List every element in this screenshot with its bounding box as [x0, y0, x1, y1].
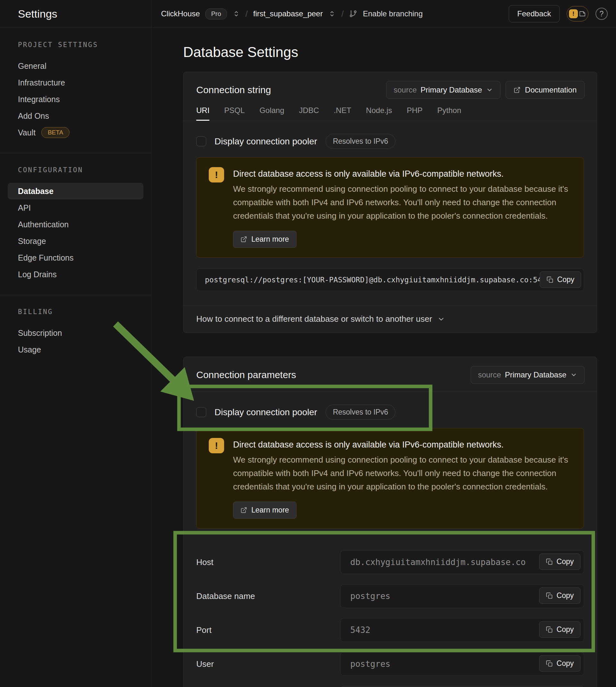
display-connection-pooler-checkbox[interactable]	[196, 136, 206, 146]
sidebar: PROJECT SETTINGS General Infrastructure …	[0, 28, 151, 687]
host-field[interactable]: db.cxhygiuitamxhniiddjm.supabase.co Copy	[340, 550, 584, 574]
breadcrumb-separator-2: /	[341, 9, 344, 19]
warning-icon: !	[569, 9, 578, 18]
copy-icon	[546, 626, 553, 633]
tab-golang[interactable]: Golang	[259, 106, 284, 121]
user-label: User	[196, 659, 340, 669]
breadcrumb-separator: /	[246, 9, 248, 19]
sidebar-item-subscription[interactable]: Subscription	[0, 325, 151, 341]
sidebar-item-add-ons[interactable]: Add Ons	[0, 108, 151, 124]
connection-string-tabs: URI PSQL Golang JDBC .NET Node.js PHP Py…	[183, 106, 597, 121]
section-title-billing: BILLING	[18, 308, 151, 316]
warning-icon: !	[209, 438, 224, 453]
beta-badge: BETA	[41, 127, 69, 138]
ipv6-notice-2: ! Direct database access is only availab…	[196, 428, 584, 529]
sidebar-section-billing: BILLING Subscription Usage	[0, 295, 151, 370]
notice-body-2: We strongly recommend using connection p…	[233, 453, 568, 493]
header-actions: Feedback ! ?	[509, 5, 608, 22]
header-breadcrumb-bar: ClickHouse Pro / first_supabase_peer / E…	[151, 0, 616, 27]
cs-card-title: Connection string	[196, 85, 271, 95]
sidebar-item-usage[interactable]: Usage	[0, 341, 151, 358]
param-row-user: User postgres Copy	[196, 652, 584, 676]
header: Settings ClickHouse Pro / first_supabase…	[0, 0, 616, 28]
connection-string-value[interactable]: postgresql://postgres:[YOUR-PASSWORD]@db…	[196, 269, 584, 291]
tab-psql[interactable]: PSQL	[224, 106, 245, 121]
param-row-database-name: Database name postgres Copy	[196, 584, 584, 608]
display-connection-pooler-checkbox-2[interactable]	[196, 407, 206, 417]
sidebar-item-general[interactable]: General	[0, 58, 151, 74]
project-selector-icon[interactable]	[328, 10, 336, 18]
copy-connection-string-button[interactable]: Copy	[540, 271, 581, 288]
page-title: Database Settings	[183, 44, 597, 60]
sidebar-item-integrations[interactable]: Integrations	[0, 91, 151, 108]
connection-string-card: Connection string source Primary Databas…	[183, 72, 597, 333]
user-field[interactable]: postgres Copy	[340, 652, 584, 676]
resolves-ipv6-badge: Resolves to IPv6	[326, 134, 396, 149]
external-link-icon	[240, 507, 247, 513]
cp-source-select[interactable]: source Primary Database	[471, 366, 585, 384]
database-name-field[interactable]: postgres Copy	[340, 584, 584, 608]
connection-parameters-card: Connection parameters source Primary Dat…	[183, 357, 597, 687]
resolves-ipv6-badge-2: Resolves to IPv6	[326, 405, 396, 420]
sidebar-item-authentication[interactable]: Authentication	[0, 216, 151, 233]
warning-icon: !	[209, 167, 224, 182]
param-row-host: Host db.cxhygiuitamxhniiddjm.supabase.co…	[196, 550, 584, 574]
plan-badge: Pro	[205, 8, 227, 20]
sidebar-item-storage[interactable]: Storage	[0, 233, 151, 249]
org-selector-icon[interactable]	[233, 10, 240, 18]
sidebar-item-api[interactable]: API	[0, 199, 151, 216]
chevron-down-icon	[437, 315, 445, 323]
copy-icon	[546, 592, 553, 599]
header-left: Settings	[0, 0, 151, 27]
cs-card-header: Connection string source Primary Databas…	[183, 72, 597, 99]
notification-avatar-pill[interactable]: !	[567, 6, 589, 21]
sidebar-item-vault[interactable]: Vault BETA	[0, 124, 151, 141]
host-label: Host	[196, 557, 340, 567]
tab-uri[interactable]: URI	[196, 106, 210, 121]
tab-nodejs[interactable]: Node.js	[366, 106, 392, 121]
notice-content: Direct database access is only available…	[233, 167, 568, 248]
inbox-icon	[578, 10, 586, 18]
sidebar-section-configuration: CONFIGURATION Database API Authenticatio…	[0, 153, 151, 295]
tab-python[interactable]: Python	[437, 106, 461, 121]
sidebar-item-infrastructure[interactable]: Infrastructure	[0, 74, 151, 91]
param-row-port: Port 5432 Copy	[196, 618, 584, 642]
port-label: Port	[196, 625, 340, 635]
connect-help-accordion[interactable]: How to connect to a different database o…	[183, 305, 597, 333]
breadcrumb-org[interactable]: ClickHouse	[161, 9, 200, 18]
sidebar-item-log-drains[interactable]: Log Drains	[0, 266, 151, 283]
cp-card-header: Connection parameters source Primary Dat…	[183, 357, 597, 392]
sidebar-item-edge-functions[interactable]: Edge Functions	[0, 249, 151, 266]
tab-dotnet[interactable]: .NET	[334, 106, 351, 121]
documentation-button[interactable]: Documentation	[506, 81, 585, 99]
chevron-down-icon	[570, 371, 577, 378]
pooler-label-2: Display connection pooler	[215, 407, 317, 418]
copy-database-name-button[interactable]: Copy	[539, 588, 580, 604]
copy-icon	[547, 276, 554, 283]
enable-branching-button[interactable]: Enable branching	[363, 9, 423, 18]
chevron-down-icon	[486, 86, 493, 93]
cp-pooler-row: Display connection pooler Resolves to IP…	[196, 405, 584, 420]
app-title: Settings	[18, 8, 57, 20]
port-field[interactable]: 5432 Copy	[340, 618, 584, 642]
copy-host-button[interactable]: Copy	[539, 554, 580, 570]
tab-php[interactable]: PHP	[406, 106, 422, 121]
feedback-button[interactable]: Feedback	[509, 5, 560, 22]
notice-content: Direct database access is only available…	[233, 438, 568, 518]
help-icon[interactable]: ?	[595, 8, 608, 20]
notice-body: We strongly recommend using connection p…	[233, 182, 568, 222]
external-link-icon	[513, 86, 521, 93]
breadcrumb-project[interactable]: first_supabase_peer	[253, 9, 323, 18]
tab-jdbc[interactable]: JDBC	[299, 106, 319, 121]
copy-port-button[interactable]: Copy	[539, 621, 580, 638]
cp-header-controls: source Primary Database	[471, 366, 585, 384]
copy-user-button[interactable]: Copy	[539, 655, 580, 672]
learn-more-button-2[interactable]: Learn more	[233, 502, 296, 518]
main-content: Database Settings Connection string sour…	[152, 28, 616, 687]
connection-params-list: Host db.cxhygiuitamxhniiddjm.supabase.co…	[196, 529, 584, 687]
cs-source-select[interactable]: source Primary Database	[386, 81, 500, 99]
sidebar-item-database[interactable]: Database	[8, 183, 144, 199]
learn-more-button[interactable]: Learn more	[233, 231, 296, 248]
notice-title-2: Direct database access is only available…	[233, 440, 568, 450]
database-name-label: Database name	[196, 591, 340, 601]
